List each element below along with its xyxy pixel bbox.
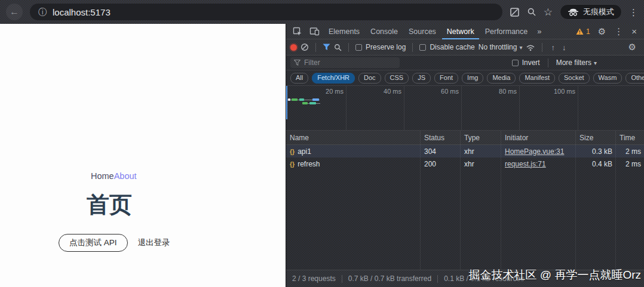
back-button[interactable]: ←: [6, 4, 23, 20]
browser-menu-icon[interactable]: ⋮: [629, 8, 638, 17]
col-type[interactable]: Type: [461, 134, 501, 142]
bookmark-star-icon[interactable]: ☆: [544, 7, 553, 17]
test-api-button[interactable]: 点击测试 API: [59, 234, 128, 252]
network-conditions-icon[interactable]: [526, 44, 535, 51]
browser-toolbar: ← ⓘ localhost:5173 ☆ 无痕模式 ⋮: [0, 0, 644, 24]
warning-count: 1: [586, 27, 590, 36]
col-status[interactable]: Status: [421, 134, 461, 142]
chip-media[interactable]: Media: [487, 73, 516, 84]
col-time[interactable]: Time: [616, 134, 644, 142]
chip-socket[interactable]: Socket: [559, 73, 590, 84]
request-name[interactable]: refresh: [298, 160, 320, 168]
disable-cache-toggle[interactable]: Disable cache: [419, 43, 474, 51]
overview-selection-handle[interactable]: [286, 86, 287, 119]
json-file-icon: {}: [290, 148, 295, 155]
timeline-tick: 20 ms: [306, 88, 344, 95]
table-row[interactable]: {} refresh 200 xhr request.js:71 0.4 kB …: [286, 158, 644, 170]
col-name[interactable]: Name: [286, 134, 421, 142]
tab-elements[interactable]: Elements: [324, 24, 364, 39]
request-type: xhr: [461, 147, 501, 156]
initiator-link[interactable]: HomePage.vue:31: [505, 147, 564, 156]
chip-fetch-xhr[interactable]: Fetch/XHR: [312, 73, 355, 84]
page-nav: HomeAbout: [91, 171, 137, 181]
invert-checkbox[interactable]: [512, 60, 519, 66]
nav-link-home[interactable]: Home: [91, 171, 114, 181]
request-name[interactable]: api1: [298, 147, 311, 156]
tab-console[interactable]: Console: [366, 24, 403, 39]
nav-link-about[interactable]: About: [114, 171, 137, 181]
filter-toggle-icon[interactable]: [323, 44, 330, 51]
chip-img[interactable]: Img: [462, 73, 483, 84]
json-file-icon: {}: [290, 161, 295, 168]
tab-performance[interactable]: Performance: [480, 24, 533, 39]
preserve-log-checkbox[interactable]: [355, 44, 362, 51]
site-info-icon[interactable]: ⓘ: [38, 8, 47, 16]
address-bar[interactable]: ⓘ localhost:5173: [30, 4, 502, 20]
request-time: 2 ms: [616, 160, 644, 168]
filter-row: Filter Invert More filters ▾: [286, 55, 644, 70]
inspect-element-icon[interactable]: [290, 27, 305, 36]
timeline-tick: 40 ms: [364, 88, 401, 95]
devtools-menu-icon[interactable]: ⋮: [611, 26, 627, 37]
request-time: 2 ms: [616, 147, 644, 156]
network-toolbar: Preserve log Disable cache No throttling…: [286, 39, 644, 55]
requests-summary: 2 / 3 requests: [292, 274, 336, 283]
chip-other[interactable]: Other: [625, 73, 644, 84]
invert-toggle[interactable]: Invert: [512, 58, 540, 67]
back-icon: ←: [10, 7, 19, 17]
web-page: HomeAbout 首页 点击测试 API 退出登录: [0, 24, 286, 287]
network-search-icon[interactable]: [334, 44, 342, 51]
request-status: 304: [421, 147, 461, 156]
chip-font[interactable]: Font: [434, 73, 458, 84]
filter-input[interactable]: Filter: [290, 57, 400, 68]
clear-network-log-icon[interactable]: [300, 43, 309, 51]
device-toolbar-icon[interactable]: [306, 27, 323, 36]
page-actions: 点击测试 API 退出登录: [59, 234, 175, 252]
warning-icon: [576, 28, 584, 35]
chip-js[interactable]: JS: [412, 73, 431, 84]
chip-wasm[interactable]: Wasm: [593, 73, 622, 84]
resource-type-filters: All Fetch/XHR Doc CSS JS Font Img Media …: [286, 70, 644, 86]
table-header: Name Status Type Initiator Size Time: [286, 131, 644, 145]
throttling-dropdown[interactable]: No throttling ▾: [479, 43, 523, 51]
chevron-down-icon: ▾: [594, 60, 597, 66]
chip-manifest[interactable]: Manifest: [519, 73, 555, 84]
more-tabs-icon[interactable]: »: [533, 27, 545, 36]
logout-button[interactable]: 退出登录: [133, 234, 175, 252]
warnings-indicator[interactable]: 1: [573, 27, 593, 36]
devtools-panel: Elements Console Sources Network Perform…: [286, 24, 644, 287]
devtools-close-icon[interactable]: ×: [628, 26, 640, 36]
filter-placeholder: Filter: [304, 58, 320, 67]
devtools-settings-icon[interactable]: ⚙: [594, 26, 609, 37]
incognito-badge: 无痕模式: [560, 4, 622, 20]
share-icon[interactable]: [510, 7, 520, 17]
record-network-log-icon[interactable]: [290, 44, 297, 51]
tab-network[interactable]: Network: [442, 24, 479, 39]
initiator-link[interactable]: request.js:71: [505, 160, 546, 168]
import-har-icon[interactable]: ↑: [549, 43, 557, 52]
tab-sources[interactable]: Sources: [404, 24, 441, 39]
waterfall-bar: [309, 102, 316, 104]
incognito-label: 无痕模式: [583, 7, 614, 17]
chip-css[interactable]: CSS: [385, 73, 409, 84]
col-size[interactable]: Size: [576, 134, 616, 142]
network-overview[interactable]: 20 ms 40 ms 60 ms 80 ms 100 ms: [286, 86, 644, 131]
search-icon[interactable]: [527, 7, 536, 17]
col-initiator[interactable]: Initiator: [501, 134, 576, 142]
request-size: 0.3 kB: [576, 147, 616, 156]
chip-all[interactable]: All: [290, 73, 308, 84]
table-row[interactable]: {} api1 304 xhr HomePage.vue:31 0.3 kB 2…: [286, 145, 644, 158]
transferred-summary: 0.7 kB / 0.7 kB transferred: [348, 274, 431, 283]
request-status: 200: [421, 160, 461, 168]
waterfall-bar: [312, 98, 319, 101]
more-filters-dropdown[interactable]: More filters ▾: [556, 58, 597, 67]
chip-doc[interactable]: Doc: [358, 73, 381, 84]
preserve-log-toggle[interactable]: Preserve log: [355, 43, 406, 51]
export-har-icon[interactable]: ↓: [560, 43, 568, 52]
request-type: xhr: [461, 160, 501, 168]
timeline-tick: 80 ms: [480, 88, 517, 95]
disable-cache-checkbox[interactable]: [419, 44, 426, 51]
waterfall-bar: [292, 98, 298, 101]
network-settings-icon[interactable]: ⚙: [625, 42, 640, 53]
waterfall-bar: [302, 102, 308, 104]
